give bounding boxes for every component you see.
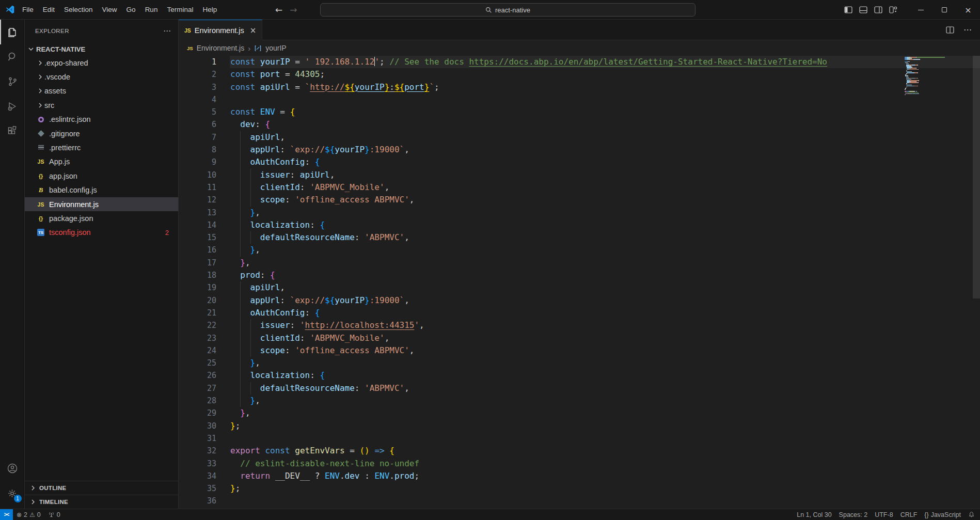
code-line-16[interactable]: 16 },	[179, 244, 980, 256]
minimap[interactable]	[905, 57, 945, 97]
tab-close-icon[interactable]: ×	[250, 26, 257, 35]
file-row-tsconfig-json[interactable]: TStsconfig.json2	[25, 226, 178, 240]
menu-help[interactable]: Help	[198, 0, 222, 20]
code-line-14[interactable]: 14 localization: {	[179, 219, 980, 231]
project-root-folder[interactable]: REACT-NATIVE	[25, 42, 178, 56]
window-close-button[interactable]: ×	[956, 0, 980, 20]
file-row-environment-js[interactable]: JSEnvironment.js	[25, 197, 178, 211]
manage-gear-icon[interactable]: 1	[0, 481, 25, 506]
window-minimize-button[interactable]	[909, 0, 932, 20]
code-line-29[interactable]: 29 },	[179, 407, 980, 419]
code-line-27[interactable]: 27 defaultResourceName: 'ABPMVC',	[179, 382, 980, 395]
code-line-36[interactable]: 36	[179, 495, 980, 507]
toggle-secondary-sidebar-icon[interactable]	[874, 6, 882, 13]
source-control-icon[interactable]	[0, 69, 25, 94]
file-row-assets[interactable]: assets	[25, 84, 178, 98]
menu-selection[interactable]: Selection	[59, 0, 98, 20]
remote-indicator[interactable]: ><	[0, 509, 13, 520]
language-mode[interactable]: {} JavaScript	[921, 509, 965, 520]
file-row--prettierrc[interactable]: .prettierrc	[25, 140, 178, 154]
code-line-18[interactable]: 18 prod: {	[179, 269, 980, 281]
run-debug-icon[interactable]	[0, 94, 25, 119]
customize-layout-icon[interactable]	[889, 6, 897, 13]
panel-header-timeline[interactable]: TIMELINE	[25, 495, 178, 509]
explorer-icon[interactable]	[0, 20, 25, 44]
window-restore-button[interactable]	[932, 0, 956, 20]
editor-more-actions-icon[interactable]: ⋯	[963, 25, 972, 35]
nav-forward-icon[interactable]: →	[290, 5, 297, 15]
toggle-panel-icon[interactable]	[859, 6, 867, 13]
file-row-babel-config-js[interactable]: Bbabel.config.js	[25, 183, 178, 197]
file-row--gitignore[interactable]: .gitignore	[25, 127, 178, 140]
extensions-icon[interactable]	[0, 119, 25, 144]
code-line-3[interactable]: 3const apiUrl = `http://${yourIP}:${port…	[179, 81, 980, 93]
scrollbar-thumb[interactable]	[973, 56, 980, 298]
editor-scrollbar[interactable]	[973, 56, 980, 509]
panel-header-outline[interactable]: OUTLINE	[25, 481, 178, 495]
encoding-setting[interactable]: UTF-8	[871, 509, 896, 520]
code-line-31[interactable]: 31	[179, 432, 980, 445]
accounts-icon[interactable]	[0, 456, 25, 481]
problems-indicator[interactable]: ⊗ 2 ⚠ 0	[13, 509, 44, 520]
code-line-19[interactable]: 19 apiUrl,	[179, 281, 980, 294]
code-line-1[interactable]: 1const yourIP = ' 192.168.1.12'; // See …	[179, 56, 980, 68]
code-line-22[interactable]: 22 issuer: 'http://localhost:44315',	[179, 319, 980, 332]
menu-edit[interactable]: Edit	[38, 0, 59, 20]
notifications-bell-icon[interactable]	[965, 509, 980, 520]
tab-environment-js[interactable]: JS Environment.js ×	[179, 20, 262, 40]
nav-back-icon[interactable]: ←	[275, 5, 282, 15]
code-line-2[interactable]: 2const port = 44305;	[179, 68, 980, 81]
file-row--eslintrc-json[interactable]: .eslintrc.json	[25, 113, 178, 127]
breadcrumb-file[interactable]: Environment.js	[197, 44, 245, 52]
code-line-11[interactable]: 11 clientId: 'ABPMVC_Mobile',	[179, 181, 980, 194]
code-line-30[interactable]: 30};	[179, 420, 980, 432]
code-line-10[interactable]: 10 issuer: apiUrl,	[179, 169, 980, 181]
menu-terminal[interactable]: Terminal	[162, 0, 198, 20]
file-row--expo-shared[interactable]: .expo-shared	[25, 56, 178, 70]
code-line-15[interactable]: 15 defaultResourceName: 'ABPMVC',	[179, 231, 980, 244]
toggle-primary-sidebar-icon[interactable]	[844, 6, 852, 13]
command-center-search[interactable]: react-native	[320, 3, 696, 17]
symbol-variable-icon	[254, 44, 262, 52]
code-line-6[interactable]: 6 dev: {	[179, 118, 980, 131]
error-icon: ⊗	[17, 511, 22, 518]
file-label: .expo-shared	[44, 59, 88, 67]
file-row--vscode[interactable]: .vscode	[25, 70, 178, 84]
code-editor[interactable]: 1const yourIP = ' 192.168.1.12'; // See …	[179, 56, 980, 509]
breadcrumb-symbol[interactable]: yourIP	[265, 44, 286, 52]
code-line-35[interactable]: 35};	[179, 482, 980, 495]
code-line-13[interactable]: 13 },	[179, 207, 980, 219]
code-line-23[interactable]: 23 clientId: 'ABPMVC_Mobile',	[179, 332, 980, 344]
explorer-more-actions-icon[interactable]: ⋯	[163, 26, 171, 36]
code-line-25[interactable]: 25 },	[179, 357, 980, 369]
menu-file[interactable]: File	[18, 0, 38, 20]
code-line-34[interactable]: 34 return __DEV__ ? ENV.dev : ENV.prod;	[179, 470, 980, 482]
code-line-12[interactable]: 12 scope: 'offline_access ABPMVC',	[179, 194, 980, 206]
file-row-app-js[interactable]: JSApp.js	[25, 155, 178, 169]
file-row-package-json[interactable]: {}package.json	[25, 211, 178, 225]
code-line-8[interactable]: 8 appUrl: `exp://${yourIP}:19000`,	[179, 144, 980, 156]
code-line-4[interactable]: 4	[179, 93, 980, 106]
code-line-26[interactable]: 26 localization: {	[179, 369, 980, 382]
split-editor-icon[interactable]	[946, 26, 954, 34]
code-line-33[interactable]: 33 // eslint-disable-next-line no-undef	[179, 458, 980, 470]
cursor-position[interactable]: Ln 1, Col 30	[793, 509, 835, 520]
code-line-32[interactable]: 32export const getEnvVars = () => {	[179, 445, 980, 457]
menu-go[interactable]: Go	[122, 0, 140, 20]
code-line-9[interactable]: 9 oAuthConfig: {	[179, 156, 980, 168]
menu-run[interactable]: Run	[140, 0, 163, 20]
menu-view[interactable]: View	[98, 0, 122, 20]
code-line-7[interactable]: 7 apiUrl,	[179, 131, 980, 144]
ports-indicator[interactable]: 0	[44, 509, 64, 520]
code-line-5[interactable]: 5const ENV = {	[179, 106, 980, 118]
code-line-17[interactable]: 17 },	[179, 257, 980, 269]
search-sidebar-icon[interactable]	[0, 44, 25, 69]
code-line-20[interactable]: 20 appUrl: `exp://${yourIP}:19000`,	[179, 294, 980, 307]
file-row-src[interactable]: src	[25, 98, 178, 112]
code-line-28[interactable]: 28 },	[179, 395, 980, 407]
code-line-21[interactable]: 21 oAuthConfig: {	[179, 307, 980, 319]
eol-setting[interactable]: CRLF	[897, 509, 921, 520]
file-row-app-json[interactable]: {}app.json	[25, 169, 178, 183]
indentation-setting[interactable]: Spaces: 2	[835, 509, 872, 520]
code-line-24[interactable]: 24 scope: 'offline_access ABPMVC',	[179, 344, 980, 357]
